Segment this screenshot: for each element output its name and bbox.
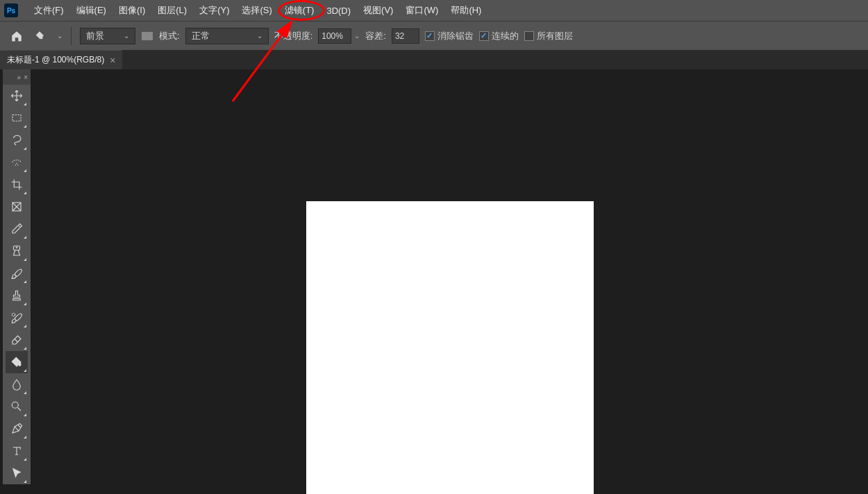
tolerance-input[interactable] bbox=[392, 28, 419, 44]
svg-rect-0 bbox=[12, 115, 21, 121]
close-icon[interactable]: × bbox=[110, 55, 115, 66]
antialias-label: 消除锯齿 bbox=[437, 30, 474, 42]
tools-panel: » × bbox=[3, 69, 31, 484]
app-logo: Ps bbox=[4, 3, 18, 17]
home-icon bbox=[10, 30, 23, 42]
document-tabbar: 未标题-1 @ 100%(RGB/8) × bbox=[0, 50, 868, 69]
blur-tool[interactable] bbox=[6, 373, 28, 395]
color-swatch[interactable] bbox=[141, 31, 153, 41]
menu-3d[interactable]: 3D(D) bbox=[320, 3, 357, 19]
menu-select[interactable]: 选择(S) bbox=[235, 1, 278, 19]
divider bbox=[71, 27, 72, 45]
menu-type[interactable]: 文字(Y) bbox=[193, 1, 235, 19]
chevron-down-icon: ⌄ bbox=[257, 32, 262, 40]
menu-help[interactable]: 帮助(H) bbox=[444, 1, 487, 19]
lasso-tool[interactable] bbox=[6, 129, 28, 151]
tool-preset-button[interactable]: ⌄ bbox=[33, 26, 62, 46]
stamp-tool[interactable] bbox=[6, 284, 28, 307]
contiguous-checkbox[interactable] bbox=[479, 31, 489, 41]
all-layers-checkbox-wrap[interactable]: 所有图层 bbox=[524, 30, 573, 42]
chevron-down-icon: ⌄ bbox=[57, 32, 62, 40]
menu-file[interactable]: 文件(F) bbox=[28, 1, 70, 19]
foreground-select[interactable]: 前景 ⌄ bbox=[80, 28, 135, 44]
pen-tool[interactable] bbox=[6, 418, 28, 440]
menu-image[interactable]: 图像(I) bbox=[112, 1, 151, 19]
marquee-tool[interactable] bbox=[6, 107, 28, 129]
mode-value: 正常 bbox=[192, 30, 210, 42]
document-tab-title: 未标题-1 @ 100%(RGB/8) bbox=[7, 54, 104, 66]
chevron-down-icon: ⌄ bbox=[124, 32, 129, 40]
workspace bbox=[32, 69, 868, 494]
home-button[interactable] bbox=[6, 26, 28, 46]
menu-edit[interactable]: 编辑(E) bbox=[70, 1, 112, 19]
bucket-tool[interactable] bbox=[6, 351, 28, 373]
tolerance-label: 容差: bbox=[365, 30, 386, 42]
antialias-checkbox-wrap[interactable]: 消除锯齿 bbox=[425, 30, 474, 42]
svg-point-3 bbox=[12, 313, 15, 316]
collapse-icon[interactable]: » bbox=[17, 74, 22, 81]
close-icon[interactable]: × bbox=[24, 74, 28, 81]
dodge-tool[interactable] bbox=[6, 395, 28, 418]
history-brush-tool[interactable] bbox=[6, 307, 28, 329]
healing-tool[interactable] bbox=[6, 240, 28, 262]
eraser-tool[interactable] bbox=[6, 329, 28, 351]
move-tool[interactable] bbox=[6, 85, 28, 107]
opacity-input[interactable] bbox=[318, 28, 351, 44]
eyedropper-tool[interactable] bbox=[6, 218, 28, 240]
bucket-icon bbox=[33, 30, 46, 42]
mode-select[interactable]: 正常 ⌄ bbox=[185, 28, 269, 44]
path-select-tool[interactable] bbox=[6, 462, 28, 484]
chevron-down-icon: ⌄ bbox=[354, 32, 360, 40]
menu-filter[interactable]: 滤镜(T) bbox=[278, 1, 321, 19]
all-layers-label: 所有图层 bbox=[537, 30, 573, 42]
menu-window[interactable]: 窗口(W) bbox=[399, 1, 444, 19]
contiguous-checkbox-wrap[interactable]: 连续的 bbox=[479, 30, 519, 42]
frame-tool[interactable] bbox=[6, 196, 28, 218]
menu-layer[interactable]: 图层(L) bbox=[151, 1, 193, 19]
svg-point-4 bbox=[12, 402, 18, 408]
brush-tool[interactable] bbox=[6, 262, 28, 284]
canvas[interactable] bbox=[306, 201, 594, 494]
document-tab[interactable]: 未标题-1 @ 100%(RGB/8) × bbox=[0, 50, 122, 69]
type-tool[interactable] bbox=[6, 440, 28, 462]
mode-label: 模式: bbox=[159, 30, 180, 42]
contiguous-label: 连续的 bbox=[492, 30, 519, 42]
options-bar: ⌄ 前景 ⌄ 模式: 正常 ⌄ 不透明度: ⌄ 容差: 消除锯齿 连续的 所有图… bbox=[0, 21, 868, 50]
all-layers-checkbox[interactable] bbox=[524, 31, 534, 41]
toolbar-header: » × bbox=[3, 69, 31, 85]
antialias-checkbox[interactable] bbox=[425, 31, 435, 41]
crop-tool[interactable] bbox=[6, 173, 28, 196]
opacity-label: 不透明度: bbox=[274, 30, 313, 42]
menu-view[interactable]: 视图(V) bbox=[357, 1, 399, 19]
quick-select-tool[interactable] bbox=[6, 151, 28, 173]
menubar: Ps 文件(F) 编辑(E) 图像(I) 图层(L) 文字(Y) 选择(S) 滤… bbox=[0, 0, 868, 21]
foreground-label: 前景 bbox=[86, 30, 104, 42]
